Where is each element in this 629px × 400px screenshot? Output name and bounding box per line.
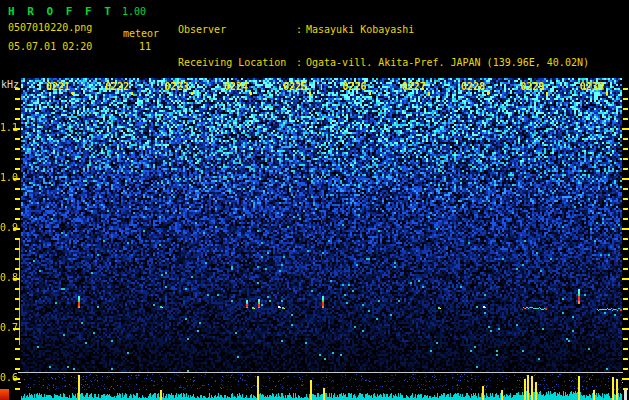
axis-tick	[623, 208, 628, 210]
hrofft-screen: H R O F F T 1.00 0507010220.png meteor 0…	[0, 0, 629, 400]
observation-mode: meteor	[123, 28, 159, 39]
time-tick-label: 0224	[224, 81, 248, 92]
axis-tick	[623, 348, 628, 350]
axis-tick	[15, 148, 20, 150]
axis-tick	[623, 258, 628, 260]
time-tick-label: 0223	[165, 81, 189, 92]
axis-tick	[623, 338, 628, 340]
axis-tick	[622, 328, 629, 330]
axis-tick	[623, 108, 628, 110]
info-label: Receiving Location	[178, 57, 296, 68]
axis-tick	[15, 298, 20, 300]
info-value: Ogata-vill. Akita-Pref. JAPAN (139.96E, …	[306, 57, 589, 68]
axis-tick	[15, 358, 20, 360]
axis-tick	[15, 88, 20, 90]
freq-tick-label: 0.7	[0, 322, 14, 333]
axis-tick	[623, 148, 628, 150]
axis-tick	[15, 308, 20, 310]
signal-strip-canvas	[21, 373, 622, 400]
axis-tick	[15, 268, 20, 270]
axis-tick	[623, 248, 628, 250]
axis-tick	[623, 88, 628, 90]
freq-tick-label: 0.9	[0, 222, 14, 233]
axis-tick	[15, 98, 20, 100]
time-tick-label: 0222	[105, 81, 129, 92]
axis-tick	[623, 298, 628, 300]
freq-tick-label: 1.0	[0, 172, 14, 183]
time-tick-mark	[546, 92, 548, 95]
axis-tick	[15, 238, 20, 240]
observation-datetime: 05.07.01 02:20	[8, 41, 92, 52]
axis-tick	[622, 178, 629, 180]
axis-tick	[623, 238, 628, 240]
axis-tick	[623, 98, 628, 100]
axis-tick	[623, 198, 628, 200]
app-version: 1.00	[122, 6, 146, 17]
axis-tick	[15, 348, 20, 350]
axis-tick	[623, 158, 628, 160]
axis-tick	[623, 118, 628, 120]
axis-tick	[622, 228, 629, 230]
freq-tick-label: 1.1	[0, 122, 14, 133]
axis-tick	[15, 138, 20, 140]
axis-tick	[15, 218, 20, 220]
info-separator: :	[296, 57, 306, 68]
axis-tick	[623, 388, 628, 390]
time-tick-label: 0229	[520, 81, 544, 92]
time-tick-mark	[309, 92, 311, 95]
time-tick-label: 0228	[461, 81, 485, 92]
axis-tick	[623, 308, 628, 310]
axis-tick	[13, 128, 20, 130]
axis-tick	[15, 338, 20, 340]
axis-tick	[623, 368, 628, 370]
axis-tick	[15, 168, 20, 170]
axis-tick	[15, 318, 20, 320]
axis-tick	[15, 258, 20, 260]
axis-tick	[623, 218, 628, 220]
info-row: Receiving Location:Ogata-vill. Akita-Pre…	[178, 57, 589, 68]
app-title: H R O F F T	[8, 5, 114, 18]
info-label: Observer	[178, 24, 296, 35]
axis-tick	[15, 198, 20, 200]
axis-tick	[15, 208, 20, 210]
time-tick-mark	[606, 92, 608, 95]
info-separator: :	[296, 24, 306, 35]
output-filename: 0507010220.png	[8, 22, 92, 33]
axis-tick	[622, 128, 629, 130]
time-tick-mark	[131, 92, 133, 95]
axis-tick	[15, 368, 20, 370]
axis-tick	[13, 278, 20, 280]
axis-tick	[623, 188, 628, 190]
axis-tick	[13, 178, 20, 180]
axis-tick	[15, 158, 20, 160]
axis-tick	[622, 278, 629, 280]
time-tick-label: 0225	[283, 81, 307, 92]
time-tick-mark	[487, 92, 489, 95]
axis-tick	[623, 288, 628, 290]
axis-tick	[15, 248, 20, 250]
freq-tick-label: 0.6	[0, 372, 14, 383]
info-row: Observer:Masayuki Kobayashi	[178, 24, 589, 35]
axis-tick	[623, 268, 628, 270]
echo-count: 11	[139, 41, 151, 52]
axis-tick	[15, 118, 20, 120]
axis-tick	[13, 378, 20, 380]
axis-tick	[13, 328, 20, 330]
echo-overlay-canvas	[21, 78, 622, 372]
time-tick-mark	[250, 92, 252, 95]
axis-tick	[13, 228, 20, 230]
time-tick-mark	[428, 92, 430, 95]
corner-marker	[624, 390, 627, 400]
time-tick-mark	[369, 92, 371, 95]
axis-tick	[623, 358, 628, 360]
time-tick-label: 0226	[343, 81, 367, 92]
time-tick-mark	[72, 92, 74, 95]
axis-tick	[623, 138, 628, 140]
info-value: Masayuki Kobayashi	[306, 24, 414, 35]
time-tick-label: 0221	[46, 81, 70, 92]
axis-tick	[15, 188, 20, 190]
axis-tick	[15, 108, 20, 110]
time-tick-mark	[191, 92, 193, 95]
axis-tick	[623, 318, 628, 320]
signal-level-marker	[0, 389, 9, 400]
